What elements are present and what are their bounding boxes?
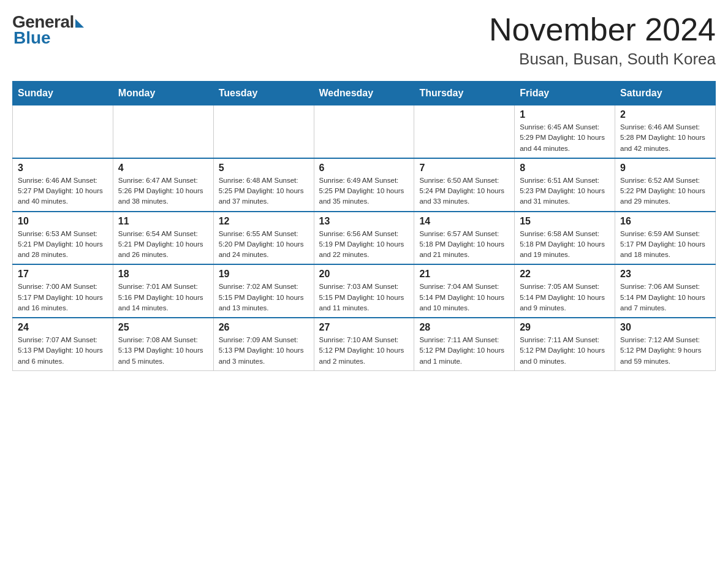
calendar-cell: 1Sunrise: 6:45 AM Sunset: 5:29 PM Daylig… (515, 105, 615, 158)
day-number: 19 (219, 269, 309, 280)
week-row-2: 3Sunrise: 6:46 AM Sunset: 5:27 PM Daylig… (13, 158, 716, 212)
day-info: Sunrise: 7:10 AM Sunset: 5:12 PM Dayligh… (319, 335, 409, 367)
calendar-cell: 15Sunrise: 6:58 AM Sunset: 5:18 PM Dayli… (515, 212, 615, 265)
calendar-cell (213, 105, 314, 158)
day-number: 25 (118, 322, 208, 333)
day-info: Sunrise: 7:09 AM Sunset: 5:13 PM Dayligh… (219, 335, 309, 367)
day-info: Sunrise: 6:55 AM Sunset: 5:20 PM Dayligh… (219, 229, 309, 261)
day-number: 17 (18, 269, 108, 280)
day-number: 26 (219, 322, 309, 333)
calendar-cell: 27Sunrise: 7:10 AM Sunset: 5:12 PM Dayli… (314, 318, 414, 370)
day-info: Sunrise: 6:53 AM Sunset: 5:21 PM Dayligh… (18, 229, 108, 261)
title-area: November 2024 Busan, Busan, South Korea (489, 12, 716, 69)
calendar-cell (113, 105, 213, 158)
calendar-cell: 17Sunrise: 7:00 AM Sunset: 5:17 PM Dayli… (13, 264, 113, 318)
day-info: Sunrise: 7:12 AM Sunset: 5:12 PM Dayligh… (620, 335, 710, 367)
day-info: Sunrise: 7:11 AM Sunset: 5:12 PM Dayligh… (419, 335, 509, 367)
day-info: Sunrise: 6:46 AM Sunset: 5:28 PM Dayligh… (620, 122, 710, 154)
day-number: 29 (520, 322, 610, 333)
calendar-cell: 16Sunrise: 6:59 AM Sunset: 5:17 PM Dayli… (615, 212, 716, 265)
day-info: Sunrise: 6:47 AM Sunset: 5:26 PM Dayligh… (118, 175, 208, 207)
day-info: Sunrise: 6:59 AM Sunset: 5:17 PM Dayligh… (620, 229, 710, 261)
day-info: Sunrise: 7:05 AM Sunset: 5:14 PM Dayligh… (520, 282, 610, 313)
weekday-header-sunday: Sunday (13, 82, 113, 105)
day-number: 16 (620, 216, 710, 227)
day-number: 20 (319, 269, 409, 280)
calendar-cell: 9Sunrise: 6:52 AM Sunset: 5:22 PM Daylig… (615, 158, 716, 212)
day-info: Sunrise: 6:52 AM Sunset: 5:22 PM Dayligh… (620, 175, 710, 207)
day-number: 10 (18, 216, 108, 227)
weekday-header-monday: Monday (113, 82, 213, 105)
calendar-cell: 14Sunrise: 6:57 AM Sunset: 5:18 PM Dayli… (414, 212, 515, 265)
calendar-cell: 26Sunrise: 7:09 AM Sunset: 5:13 PM Dayli… (213, 318, 314, 370)
weekday-header-tuesday: Tuesday (213, 82, 314, 105)
weekday-header-saturday: Saturday (615, 82, 716, 105)
weekday-header-wednesday: Wednesday (314, 82, 414, 105)
day-info: Sunrise: 6:54 AM Sunset: 5:21 PM Dayligh… (118, 229, 208, 261)
calendar-cell: 28Sunrise: 7:11 AM Sunset: 5:12 PM Dayli… (414, 318, 515, 370)
calendar-cell: 19Sunrise: 7:02 AM Sunset: 5:15 PM Dayli… (213, 264, 314, 318)
calendar-cell: 18Sunrise: 7:01 AM Sunset: 5:16 PM Dayli… (113, 264, 213, 318)
day-info: Sunrise: 6:46 AM Sunset: 5:27 PM Dayligh… (18, 175, 108, 207)
day-number: 13 (319, 216, 409, 227)
day-info: Sunrise: 7:00 AM Sunset: 5:17 PM Dayligh… (18, 282, 108, 313)
calendar-cell: 25Sunrise: 7:08 AM Sunset: 5:13 PM Dayli… (113, 318, 213, 370)
day-info: Sunrise: 7:08 AM Sunset: 5:13 PM Dayligh… (118, 335, 208, 367)
weekday-header-thursday: Thursday (414, 82, 515, 105)
day-number: 7 (419, 163, 509, 174)
day-info: Sunrise: 6:51 AM Sunset: 5:23 PM Dayligh… (520, 175, 610, 207)
calendar-cell: 24Sunrise: 7:07 AM Sunset: 5:13 PM Dayli… (13, 318, 113, 370)
calendar-cell: 7Sunrise: 6:50 AM Sunset: 5:24 PM Daylig… (414, 158, 515, 212)
day-info: Sunrise: 7:03 AM Sunset: 5:15 PM Dayligh… (319, 282, 409, 313)
calendar-cell: 22Sunrise: 7:05 AM Sunset: 5:14 PM Dayli… (515, 264, 615, 318)
day-number: 1 (520, 109, 610, 120)
day-number: 5 (219, 163, 309, 174)
day-info: Sunrise: 6:58 AM Sunset: 5:18 PM Dayligh… (520, 229, 610, 261)
calendar-cell (13, 105, 113, 158)
calendar-cell: 13Sunrise: 6:56 AM Sunset: 5:19 PM Dayli… (314, 212, 414, 265)
calendar-cell: 12Sunrise: 6:55 AM Sunset: 5:20 PM Dayli… (213, 212, 314, 265)
weekday-header-row: SundayMondayTuesdayWednesdayThursdayFrid… (13, 82, 716, 105)
calendar-cell: 10Sunrise: 6:53 AM Sunset: 5:21 PM Dayli… (13, 212, 113, 265)
calendar-cell: 2Sunrise: 6:46 AM Sunset: 5:28 PM Daylig… (615, 105, 716, 158)
day-number: 12 (219, 216, 309, 227)
calendar-cell: 3Sunrise: 6:46 AM Sunset: 5:27 PM Daylig… (13, 158, 113, 212)
day-info: Sunrise: 6:45 AM Sunset: 5:29 PM Dayligh… (520, 122, 610, 154)
calendar-cell: 21Sunrise: 7:04 AM Sunset: 5:14 PM Dayli… (414, 264, 515, 318)
day-number: 6 (319, 163, 409, 174)
calendar-table: SundayMondayTuesdayWednesdayThursdayFrid… (12, 81, 716, 371)
header: General Blue November 2024 Busan, Busan,… (12, 12, 716, 69)
day-number: 9 (620, 163, 710, 174)
day-info: Sunrise: 7:04 AM Sunset: 5:14 PM Dayligh… (419, 282, 509, 313)
week-row-3: 10Sunrise: 6:53 AM Sunset: 5:21 PM Dayli… (13, 212, 716, 265)
day-info: Sunrise: 7:07 AM Sunset: 5:13 PM Dayligh… (18, 335, 108, 367)
calendar-subtitle: Busan, Busan, South Korea (489, 50, 716, 69)
day-number: 14 (419, 216, 509, 227)
calendar-cell: 29Sunrise: 7:11 AM Sunset: 5:12 PM Dayli… (515, 318, 615, 370)
day-info: Sunrise: 7:02 AM Sunset: 5:15 PM Dayligh… (219, 282, 309, 313)
calendar-cell: 5Sunrise: 6:48 AM Sunset: 5:25 PM Daylig… (213, 158, 314, 212)
day-number: 8 (520, 163, 610, 174)
week-row-4: 17Sunrise: 7:00 AM Sunset: 5:17 PM Dayli… (13, 264, 716, 318)
day-info: Sunrise: 6:49 AM Sunset: 5:25 PM Dayligh… (319, 175, 409, 207)
week-row-1: 1Sunrise: 6:45 AM Sunset: 5:29 PM Daylig… (13, 105, 716, 158)
calendar-cell (314, 105, 414, 158)
day-number: 27 (319, 322, 409, 333)
day-number: 21 (419, 269, 509, 280)
day-info: Sunrise: 7:06 AM Sunset: 5:14 PM Dayligh… (620, 282, 710, 313)
day-number: 28 (419, 322, 509, 333)
day-number: 4 (118, 163, 208, 174)
week-row-5: 24Sunrise: 7:07 AM Sunset: 5:13 PM Dayli… (13, 318, 716, 370)
day-number: 23 (620, 269, 710, 280)
calendar-cell: 4Sunrise: 6:47 AM Sunset: 5:26 PM Daylig… (113, 158, 213, 212)
calendar-cell: 23Sunrise: 7:06 AM Sunset: 5:14 PM Dayli… (615, 264, 716, 318)
calendar-cell: 11Sunrise: 6:54 AM Sunset: 5:21 PM Dayli… (113, 212, 213, 265)
day-info: Sunrise: 6:57 AM Sunset: 5:18 PM Dayligh… (419, 229, 509, 261)
day-info: Sunrise: 7:01 AM Sunset: 5:16 PM Dayligh… (118, 282, 208, 313)
day-number: 11 (118, 216, 208, 227)
day-info: Sunrise: 6:50 AM Sunset: 5:24 PM Dayligh… (419, 175, 509, 207)
day-number: 15 (520, 216, 610, 227)
day-info: Sunrise: 6:48 AM Sunset: 5:25 PM Dayligh… (219, 175, 309, 207)
day-number: 2 (620, 109, 710, 120)
logo: General Blue (12, 12, 84, 48)
